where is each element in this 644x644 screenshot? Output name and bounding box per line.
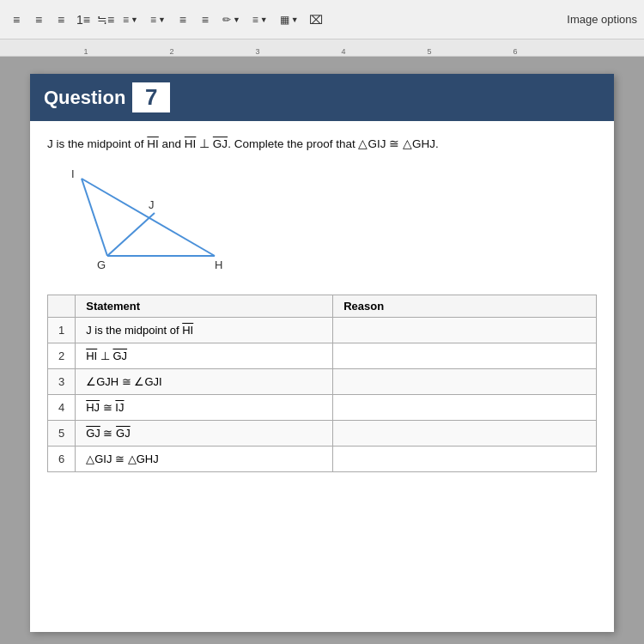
table-row: 5 GJ ≅ GJ — [48, 420, 597, 446]
ruler-mark-5: 5 — [427, 47, 431, 56]
row-6-num: 6 — [48, 446, 76, 471]
list-style-3-icon[interactable]: ≡ — [52, 10, 70, 29]
image-options-button[interactable]: Image options — [567, 13, 637, 26]
ruler-mark-4: 4 — [341, 47, 345, 56]
row-1-num: 1 — [48, 317, 76, 343]
row-5-statement: GJ ≅ GJ — [76, 420, 333, 446]
crop-icon[interactable]: ⌧ — [307, 10, 325, 29]
row-4-statement: HJ ≅ IJ — [76, 394, 333, 420]
ruler-mark-2: 2 — [169, 47, 173, 56]
numbered-list-icon[interactable]: 1≡ — [74, 10, 93, 29]
svg-line-3 — [107, 213, 155, 256]
list-style-2-icon[interactable]: ≡ — [29, 10, 48, 29]
row-5-num: 5 — [48, 420, 76, 446]
label-H: H — [215, 258, 222, 271]
table-row: 2 HI ⊥ GJ — [48, 343, 597, 368]
row-1-statement: J is the midpoint of HI — [76, 317, 333, 343]
row-1-reason — [333, 317, 597, 343]
row-3-statement: ∠GJH ≅ ∠GJI — [76, 368, 333, 394]
list-dropdown-1[interactable]: ≡ ▼ — [118, 12, 143, 27]
question-label: Question — [44, 87, 125, 109]
document-area: Question 7 J is the midpoint of HI and H… — [0, 57, 644, 644]
table-row: 1 J is the midpoint of HI — [48, 317, 597, 343]
label-G: G — [97, 258, 106, 271]
lines-dropdown[interactable]: ≡ ▼ — [248, 12, 272, 27]
svg-line-2 — [82, 179, 215, 256]
row-6-reason — [333, 446, 597, 471]
geometry-figure: I J G H — [47, 166, 597, 281]
grid-dropdown[interactable]: ▦ ▼ — [276, 12, 303, 27]
list-dropdown-2[interactable]: ≡ ▼ — [146, 12, 170, 27]
row-2-statement: HI ⊥ GJ — [76, 343, 333, 368]
list-style-1-icon[interactable]: ≡ — [7, 10, 26, 29]
document-page: Question 7 J is the midpoint of HI and H… — [30, 74, 614, 632]
col-header-statement: Statement — [76, 295, 333, 317]
row-4-reason — [333, 394, 597, 420]
svg-line-0 — [82, 179, 107, 256]
row-3-reason — [333, 368, 597, 394]
row-3-num: 3 — [48, 368, 76, 394]
row-2-reason — [333, 343, 597, 368]
col-header-reason: Reason — [333, 295, 597, 317]
table-row: 6 △GIJ ≅ △GHJ — [48, 446, 597, 471]
question-number: 7 — [132, 82, 170, 112]
row-4-num: 4 — [48, 394, 76, 420]
table-row: 4 HJ ≅ IJ — [48, 394, 597, 420]
question-header: Question 7 — [30, 74, 614, 121]
content-area: J is the midpoint of HI and HI ⊥ GJ. Com… — [30, 121, 614, 486]
ruler: 1 2 3 4 5 6 — [0, 39, 644, 57]
align-left-icon[interactable]: ≡ — [173, 10, 192, 29]
row-2-num: 2 — [48, 343, 76, 368]
indent-icon[interactable]: ≒≡ — [96, 10, 115, 29]
col-header-num — [48, 295, 76, 317]
row-6-statement: △GIJ ≅ △GHJ — [76, 446, 333, 471]
toolbar: ≡ ≡ ≡ 1≡ ≒≡ ≡ ▼ ≡ ▼ ≡ ≡ ✏▼ ≡ ▼ ▦ ▼ ⌧ Ima… — [0, 0, 644, 39]
pencil-dropdown[interactable]: ✏▼ — [218, 12, 245, 27]
table-row: 3 ∠GJH ≅ ∠GJI — [48, 368, 597, 394]
label-I: I — [71, 167, 75, 180]
proof-table: Statement Reason 1 J is the midpoint of … — [47, 295, 597, 472]
row-5-reason — [333, 420, 597, 446]
align-right-icon[interactable]: ≡ — [196, 10, 215, 29]
problem-text: J is the midpoint of HI and HI ⊥ GJ. Com… — [47, 135, 597, 154]
triangle-diagram: I J G H — [56, 166, 245, 277]
ruler-mark-6: 6 — [513, 47, 517, 56]
ruler-mark-3: 3 — [255, 47, 259, 56]
ruler-mark-1: 1 — [83, 47, 88, 56]
label-J: J — [149, 198, 155, 211]
